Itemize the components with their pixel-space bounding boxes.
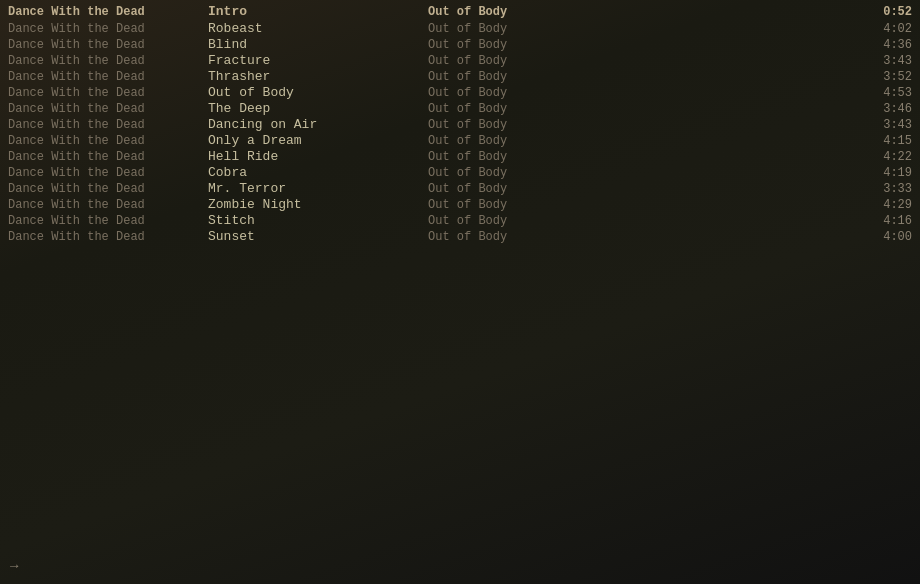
table-row[interactable]: Dance With the DeadRobeastOut of Body4:0…	[0, 21, 920, 37]
track-album: Out of Body	[428, 213, 852, 229]
track-artist: Dance With the Dead	[8, 149, 208, 165]
track-album: Out of Body	[428, 37, 852, 53]
track-duration: 3:43	[852, 53, 912, 69]
track-artist: Dance With the Dead	[8, 181, 208, 197]
track-album: Out of Body	[428, 85, 852, 101]
track-duration: 4:29	[852, 197, 912, 213]
track-title: Thrasher	[208, 69, 428, 85]
track-album: Out of Body	[428, 101, 852, 117]
arrow-indicator: →	[10, 558, 18, 574]
table-row[interactable]: Dance With the DeadFractureOut of Body3:…	[0, 53, 920, 69]
track-duration: 4:22	[852, 149, 912, 165]
track-list: Dance With the Dead Intro Out of Body 0:…	[0, 0, 920, 249]
table-row[interactable]: Dance With the DeadThrasherOut of Body3:…	[0, 69, 920, 85]
table-row[interactable]: Dance With the DeadMr. TerrorOut of Body…	[0, 181, 920, 197]
track-title: Stitch	[208, 213, 428, 229]
track-duration: 4:02	[852, 21, 912, 37]
track-album: Out of Body	[428, 165, 852, 181]
track-album: Out of Body	[428, 229, 852, 245]
track-artist: Dance With the Dead	[8, 37, 208, 53]
table-row[interactable]: Dance With the DeadCobraOut of Body4:19	[0, 165, 920, 181]
track-artist: Dance With the Dead	[8, 69, 208, 85]
track-duration: 4:36	[852, 37, 912, 53]
track-duration: 4:00	[852, 229, 912, 245]
track-album: Out of Body	[428, 117, 852, 133]
track-title: Zombie Night	[208, 197, 428, 213]
track-album: Out of Body	[428, 197, 852, 213]
table-row[interactable]: Dance With the DeadBlindOut of Body4:36	[0, 37, 920, 53]
track-artist: Dance With the Dead	[8, 101, 208, 117]
header-album: Out of Body	[428, 4, 852, 20]
track-album: Out of Body	[428, 149, 852, 165]
table-row[interactable]: Dance With the DeadStitchOut of Body4:16	[0, 213, 920, 229]
track-duration: 3:33	[852, 181, 912, 197]
track-artist: Dance With the Dead	[8, 53, 208, 69]
track-duration: 4:53	[852, 85, 912, 101]
track-title: Only a Dream	[208, 133, 428, 149]
track-title: Hell Ride	[208, 149, 428, 165]
track-album: Out of Body	[428, 181, 852, 197]
table-row[interactable]: Dance With the DeadSunsetOut of Body4:00	[0, 229, 920, 245]
track-duration: 3:46	[852, 101, 912, 117]
track-title: Out of Body	[208, 85, 428, 101]
track-title: Robeast	[208, 21, 428, 37]
track-album: Out of Body	[428, 133, 852, 149]
track-artist: Dance With the Dead	[8, 165, 208, 181]
table-row[interactable]: Dance With the DeadOnly a DreamOut of Bo…	[0, 133, 920, 149]
table-row[interactable]: Dance With the DeadOut of BodyOut of Bod…	[0, 85, 920, 101]
track-title: Fracture	[208, 53, 428, 69]
track-album: Out of Body	[428, 53, 852, 69]
track-artist: Dance With the Dead	[8, 117, 208, 133]
table-row[interactable]: Dance With the DeadDancing on AirOut of …	[0, 117, 920, 133]
track-album: Out of Body	[428, 21, 852, 37]
track-title: Sunset	[208, 229, 428, 245]
track-duration: 3:43	[852, 117, 912, 133]
header-artist: Dance With the Dead	[8, 4, 208, 20]
track-artist: Dance With the Dead	[8, 21, 208, 37]
track-duration: 3:52	[852, 69, 912, 85]
track-title: Cobra	[208, 165, 428, 181]
track-title: Mr. Terror	[208, 181, 428, 197]
track-title: Dancing on Air	[208, 117, 428, 133]
track-duration: 4:19	[852, 165, 912, 181]
track-artist: Dance With the Dead	[8, 133, 208, 149]
track-list-header: Dance With the Dead Intro Out of Body 0:…	[0, 4, 920, 20]
table-row[interactable]: Dance With the DeadThe DeepOut of Body3:…	[0, 101, 920, 117]
table-row[interactable]: Dance With the DeadZombie NightOut of Bo…	[0, 197, 920, 213]
header-duration: 0:52	[852, 4, 912, 20]
track-artist: Dance With the Dead	[8, 85, 208, 101]
track-artist: Dance With the Dead	[8, 229, 208, 245]
header-title: Intro	[208, 4, 428, 20]
track-duration: 4:15	[852, 133, 912, 149]
table-row[interactable]: Dance With the DeadHell RideOut of Body4…	[0, 149, 920, 165]
track-artist: Dance With the Dead	[8, 213, 208, 229]
track-title: Blind	[208, 37, 428, 53]
track-album: Out of Body	[428, 69, 852, 85]
track-title: The Deep	[208, 101, 428, 117]
track-artist: Dance With the Dead	[8, 197, 208, 213]
track-duration: 4:16	[852, 213, 912, 229]
